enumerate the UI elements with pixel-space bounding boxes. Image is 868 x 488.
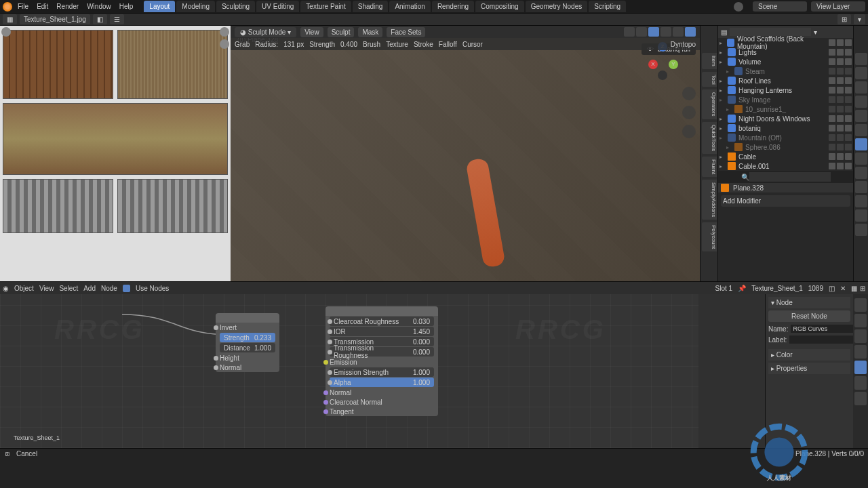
socket-strength[interactable]: Strength0.233 [220, 333, 275, 342]
prop-texture-icon[interactable] [855, 224, 867, 236]
viewport-menu-mask[interactable]: Mask [358, 27, 382, 37]
viewport-menu-view[interactable]: View [300, 27, 323, 37]
texture-menu[interactable]: Texture [386, 41, 408, 48]
sidetab-fluent[interactable]: Fluent [702, 157, 717, 177]
exclude-toggle-icon[interactable] [829, 39, 835, 46]
node-menu-node[interactable]: Node [101, 285, 117, 292]
menu-edit[interactable]: Edit [37, 3, 48, 10]
render-toggle-icon[interactable] [845, 115, 852, 122]
node-header-right-2[interactable]: ⊞ [860, 285, 865, 292]
sidetab-view[interactable]: Operators [702, 89, 717, 119]
nodemode-object[interactable]: Object [14, 285, 34, 292]
workspace-compositing[interactable]: Compositing [475, 1, 524, 12]
viewlayer-selector[interactable]: View Layer [811, 1, 865, 12]
exclude-toggle-icon[interactable] [829, 144, 835, 150]
outliner-row[interactable]: ▸Steam [725, 66, 853, 76]
exclude-toggle-icon[interactable] [829, 115, 835, 122]
strength-value[interactable]: 0.400 [340, 41, 357, 48]
prop-world-icon[interactable] [855, 110, 867, 122]
disclosure-icon[interactable]: ▸ [726, 106, 732, 113]
outliner-editor-icon[interactable]: ▤ [721, 28, 727, 36]
principled-bsdf-node[interactable]: Clearcoat Roughness0.030 IOR1.450 Transm… [326, 306, 438, 416]
socket-transmission-rough[interactable]: Transmission Roughness0.000 [330, 347, 434, 357]
outliner-row[interactable]: ▸Hanging Lanterns [718, 85, 853, 95]
socket-normal-in[interactable]: Normal [216, 363, 279, 372]
visibility-toggle-icon[interactable] [837, 134, 844, 141]
workspace-uv[interactable]: UV Editing [256, 1, 299, 12]
render-toggle-icon[interactable] [845, 125, 852, 131]
socket-emission-strength[interactable]: Emission Strength1.000 [330, 367, 434, 377]
ref-image-door[interactable] [3, 30, 113, 99]
node-menu-select[interactable]: Select [59, 285, 78, 292]
render-toggle-icon[interactable] [845, 68, 852, 75]
workspace-texturepaint[interactable]: Texture Paint [300, 1, 351, 12]
workspace-shading[interactable]: Shading [353, 1, 389, 12]
disclosure-icon[interactable]: ▸ [719, 59, 725, 65]
socket-distance[interactable]: Distance1.000 [220, 343, 275, 352]
shading-matprev-icon[interactable] [673, 27, 684, 37]
visibility-toggle-icon[interactable] [837, 115, 844, 122]
zoom-icon[interactable] [220, 39, 229, 49]
workspace-modeling[interactable]: Modeling [176, 1, 215, 12]
menu-help[interactable]: Help [119, 3, 134, 10]
visibility-toggle-icon[interactable] [837, 153, 844, 160]
color-panel-header[interactable]: ▸ Color [768, 349, 850, 361]
use-nodes-checkbox[interactable] [123, 285, 130, 292]
disclosure-icon[interactable]: ▸ [719, 154, 725, 160]
socket-invert[interactable]: Invert [216, 323, 279, 332]
unlink-icon[interactable]: ✕ [840, 285, 846, 292]
slot-selector[interactable]: Slot 1 [715, 285, 733, 292]
socket-height[interactable]: Height [216, 353, 279, 363]
nodetab-item[interactable] [854, 298, 867, 312]
outliner-row[interactable]: ▸Sky Image [718, 95, 853, 104]
shading-solid-icon[interactable] [660, 27, 671, 37]
prop-scene-icon[interactable] [855, 96, 867, 108]
viewport-menu-sculpt[interactable]: Sculpt [328, 27, 355, 37]
image-editor-icon[interactable]: ▦ [3, 14, 17, 24]
socket-ior[interactable]: IOR1.450 [330, 327, 434, 336]
disclosure-icon[interactable]: ▸ [719, 163, 725, 169]
nodetab-extra1[interactable] [854, 376, 867, 390]
exclude-toggle-icon[interactable] [829, 49, 835, 56]
exclude-toggle-icon[interactable] [829, 68, 835, 75]
prop-viewlayer-icon[interactable] [855, 81, 867, 94]
socket-normal[interactable]: Normal [326, 388, 438, 397]
shading-rendered-icon[interactable] [685, 27, 696, 37]
socket-clearcoat-normal[interactable]: Clearcoat Normal [326, 397, 438, 407]
prop-physics-icon[interactable] [855, 167, 867, 179]
editor-type-icon[interactable]: ◉ [3, 285, 9, 292]
toolbar-right-1[interactable]: ⊞ [837, 14, 851, 24]
socket-tangent[interactable]: Tangent [326, 407, 438, 416]
visibility-toggle-icon[interactable] [837, 49, 844, 56]
strength-label[interactable]: Strength [309, 41, 335, 48]
disclosure-icon[interactable]: ▸ [719, 78, 725, 84]
disclosure-icon[interactable]: ▸ [719, 97, 725, 103]
dyntopo-toggle[interactable]: Dyntopo [671, 41, 696, 48]
gizmo-toggle-icon[interactable] [636, 27, 647, 37]
visibility-toggle-icon[interactable] [837, 96, 844, 103]
gizmo-center[interactable] [658, 70, 667, 80]
exclude-toggle-icon[interactable] [829, 77, 835, 84]
reset-node-button[interactable]: Reset Node [768, 310, 850, 322]
menu-file[interactable]: File [18, 3, 28, 10]
3d-viewport[interactable]: ◕ Sculpt Mode ▾ View Sculpt Mask Face Se… [231, 26, 700, 281]
disclosure-icon[interactable]: ▸ [719, 135, 725, 141]
disclosure-icon[interactable]: ▸ [726, 68, 732, 75]
workspace-scripting[interactable]: Scripting [589, 1, 626, 12]
menu-render[interactable]: Render [56, 3, 79, 10]
cancel-icon[interactable]: ⦻ [4, 450, 11, 458]
render-toggle-icon[interactable] [845, 134, 852, 141]
node-panel-header[interactable]: ▾ Node [768, 297, 850, 308]
render-toggle-icon[interactable] [845, 106, 852, 113]
camera-icon[interactable] [682, 125, 696, 138]
pin-icon[interactable]: 📌 [738, 285, 746, 292]
prop-material-icon[interactable] [855, 209, 867, 222]
outliner-row[interactable]: ▸Volume [718, 57, 853, 66]
radius-value[interactable]: 131 px [283, 41, 304, 48]
exclude-toggle-icon[interactable] [829, 87, 835, 94]
render-toggle-icon[interactable] [845, 39, 852, 46]
ref-image-roof[interactable] [117, 30, 228, 99]
render-toggle-icon[interactable] [845, 163, 852, 169]
exclude-toggle-icon[interactable] [829, 163, 835, 169]
viewport-menu-facesets[interactable]: Face Sets [387, 27, 425, 37]
